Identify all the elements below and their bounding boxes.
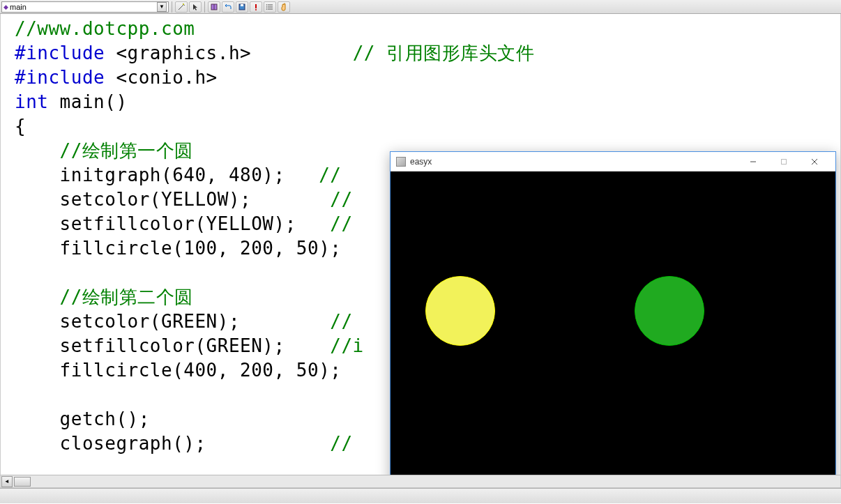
code-token: // — [330, 433, 352, 454]
code-token: closegraph(); — [15, 433, 330, 454]
wand-button[interactable] — [175, 1, 188, 13]
code-token: // 引用图形库头文件 — [353, 43, 534, 63]
pointer-button[interactable] — [189, 1, 202, 13]
toolbar: ◆ main ▼ — [0, 0, 841, 14]
minimize-button[interactable] — [738, 153, 768, 171]
code-line: //www.dotcpp.com — [15, 18, 195, 39]
code-token: //绘制第二个圆 — [15, 287, 193, 307]
code-token: setcolor(YELLOW); — [15, 189, 330, 210]
save-button[interactable] — [236, 1, 248, 13]
svg-point-10 — [266, 4, 268, 6]
diamond-icon: ◆ — [3, 3, 8, 10]
svg-rect-14 — [782, 159, 787, 164]
svg-point-12 — [266, 8, 268, 10]
code-token: //绘制第一个圆 — [15, 140, 193, 161]
book-button[interactable] — [208, 1, 220, 13]
easyx-canvas — [391, 171, 835, 488]
maximize-button[interactable] — [768, 153, 799, 171]
code-token: fillcircle(100, 200, 50); — [15, 238, 341, 259]
code-token: initgraph(640, 480); — [15, 165, 319, 185]
app-icon — [396, 157, 406, 167]
close-button[interactable] — [799, 153, 830, 171]
undo-button[interactable] — [222, 1, 234, 13]
code-token: // — [319, 165, 352, 185]
svg-rect-4 — [241, 4, 243, 6]
code-token: //i — [330, 335, 363, 356]
list-button[interactable] — [264, 1, 276, 13]
status-bar — [0, 488, 841, 503]
code-token: <graphics.h> — [116, 43, 251, 63]
code-token: // — [330, 213, 352, 234]
code-token: fillcircle(400, 200, 50); — [15, 360, 341, 381]
code-token: #include — [15, 43, 116, 63]
scroll-left-button[interactable]: ◄ — [1, 476, 13, 487]
svg-point-11 — [266, 6, 268, 8]
code-token: <conio.h> — [116, 67, 217, 88]
window-controls — [738, 153, 830, 171]
easyx-titlebar[interactable]: easyx — [391, 152, 835, 171]
code-editor[interactable]: //www.dotcpp.com #include <graphics.h> /… — [0, 14, 841, 488]
code-token: int — [15, 91, 48, 112]
function-selector[interactable]: ◆ main ▼ — [1, 1, 169, 13]
easyx-output-window[interactable]: easyx — [390, 151, 836, 488]
chevron-down-icon[interactable]: ▼ — [157, 2, 167, 12]
svg-point-6 — [255, 9, 257, 10]
green-circle — [635, 276, 704, 346]
svg-point-0 — [183, 3, 184, 5]
code-token: main() — [48, 91, 127, 112]
scroll-thumb[interactable] — [14, 477, 31, 487]
code-token: // — [330, 189, 352, 210]
code-token: setcolor(GREEN); — [15, 311, 330, 332]
yellow-circle — [425, 276, 495, 346]
separator — [172, 1, 172, 13]
code-token: #include — [15, 67, 116, 88]
separator — [204, 1, 205, 13]
hand-button[interactable] — [278, 1, 290, 13]
code-token: getch(); — [15, 408, 150, 429]
exclaim-button[interactable] — [250, 1, 262, 13]
horizontal-scrollbar[interactable]: ◄ — [1, 475, 840, 487]
code-token: { — [15, 116, 26, 137]
code-token: setfillcolor(GREEN); — [15, 335, 330, 356]
easyx-title-text: easyx — [410, 157, 738, 167]
code-token: // — [330, 311, 352, 332]
code-token: setfillcolor(YELLOW); — [15, 213, 330, 234]
function-selector-label: main — [10, 3, 157, 11]
